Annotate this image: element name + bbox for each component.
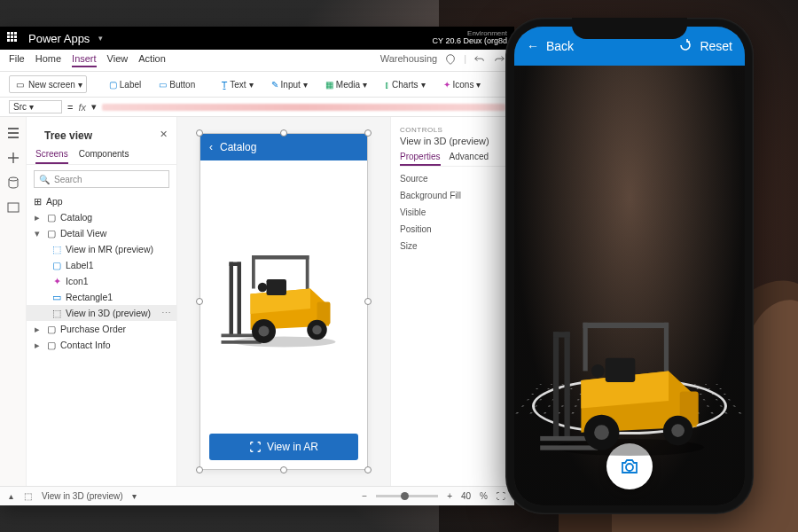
back-arrow-icon[interactable]: ←: [527, 39, 539, 53]
reset-icon[interactable]: [678, 38, 692, 55]
tree-view-icon[interactable]: [6, 126, 20, 140]
prop-position[interactable]: Position: [400, 224, 505, 234]
ar-camera-view[interactable]: [514, 66, 745, 505]
formula-chevron[interactable]: ▾: [91, 101, 97, 113]
tree-node-detailview[interactable]: ▾▢Detail View: [27, 225, 176, 241]
formula-input[interactable]: [102, 104, 505, 111]
svg-rect-25: [583, 323, 588, 372]
app-checker-icon[interactable]: [444, 53, 457, 66]
insert-icons-menu[interactable]: ✦Icons▾: [439, 77, 486, 92]
back-chevron-icon[interactable]: ‹: [209, 141, 213, 153]
prop-source[interactable]: Source: [400, 174, 505, 184]
insert-input-menu[interactable]: ✎Input▾: [267, 77, 312, 92]
svg-rect-24: [583, 323, 669, 328]
close-icon[interactable]: ✕: [160, 129, 168, 140]
tree-node-rectangle1[interactable]: ▭Rectangle1: [27, 289, 176, 305]
view-in-ar-button[interactable]: View in AR: [209, 434, 358, 460]
ar-forklift-model[interactable]: [536, 308, 723, 457]
reset-button[interactable]: Reset: [700, 39, 732, 53]
svg-rect-10: [306, 255, 309, 293]
tree-node-catalog[interactable]: ▸▢Catalog: [27, 209, 176, 225]
app-launcher-icon[interactable]: [7, 32, 20, 44]
back-button[interactable]: Back: [546, 39, 574, 53]
tree-label: Label1: [66, 260, 94, 270]
ar-ground: [514, 310, 745, 443]
media-pane-icon[interactable]: [6, 200, 20, 215]
canvas-app-header[interactable]: ‹ Catalog: [200, 134, 367, 160]
screen-icon: ▢: [46, 340, 57, 350]
fx-icon[interactable]: fx: [78, 102, 86, 113]
screen-icon: ▢: [46, 324, 57, 334]
tree-node-view3d[interactable]: ⬚View in 3D (preview)⋯: [27, 305, 176, 321]
menu-insert[interactable]: Insert: [72, 53, 97, 67]
ribbon-text-text: Text: [230, 80, 246, 90]
menu-home[interactable]: Home: [35, 53, 61, 67]
search-icon: 🔍: [38, 173, 51, 185]
environment-picker[interactable]: Environment CY 20.6 Deux (org8d: [433, 30, 507, 47]
tree-node-icon1[interactable]: ✦Icon1: [27, 273, 176, 289]
more-icon[interactable]: ⋯: [161, 308, 171, 318]
search-input[interactable]: 🔍 Search: [34, 170, 169, 188]
screen-icon: ▭: [13, 78, 26, 90]
zoom-value: 40: [461, 491, 471, 501]
menu-action[interactable]: Action: [138, 53, 166, 67]
tab-properties[interactable]: Properties: [400, 152, 441, 166]
tree-label: View in 3D (preview): [66, 308, 151, 318]
selected-control[interactable]: ‹ Catalog: [200, 133, 368, 470]
chevron-right-icon[interactable]: ▸: [32, 324, 43, 334]
chevron-right-icon[interactable]: ▸: [32, 340, 43, 350]
undo-icon[interactable]: [473, 53, 486, 66]
new-screen-button[interactable]: ▭ New screen ▾: [9, 75, 87, 93]
zoom-out-button[interactable]: −: [362, 491, 367, 501]
chevron-down-icon[interactable]: ▾: [32, 228, 43, 239]
prop-size[interactable]: Size: [400, 241, 505, 251]
insert-button-button[interactable]: ▭Button: [154, 77, 200, 92]
canvas-area[interactable]: ‹ Catalog: [177, 117, 390, 486]
properties-panel: CONTROLS View in 3D (preview) Properties…: [390, 117, 514, 486]
property-selector-value: Src: [13, 102, 27, 112]
prop-background-fill[interactable]: Background Fill: [400, 191, 505, 200]
fit-to-screen-icon[interactable]: ⛶: [497, 491, 505, 501]
tab-screens[interactable]: Screens: [35, 145, 68, 164]
insert-label-button[interactable]: ▢Label: [105, 77, 145, 92]
properties-group-label: CONTROLS: [400, 126, 442, 134]
tab-components[interactable]: Components: [79, 145, 129, 164]
app-name: Power Apps: [28, 32, 90, 45]
chevron-up-icon[interactable]: ▴: [9, 491, 13, 501]
insert-pane-icon[interactable]: [6, 151, 20, 165]
svg-rect-4: [238, 262, 242, 336]
view-in-ar-label: View in AR: [267, 441, 318, 453]
zoom-slider[interactable]: [376, 495, 438, 497]
chevron-down-icon[interactable]: ▾: [98, 34, 103, 43]
screen-icon: ▢: [46, 212, 57, 223]
chevron-down-icon[interactable]: ▾: [132, 491, 137, 501]
new-screen-label: New screen: [28, 80, 75, 90]
tree-node-viewmr[interactable]: ⬚View in MR (preview): [27, 241, 176, 257]
prop-visible[interactable]: Visible: [400, 207, 505, 217]
insert-charts-menu[interactable]: ⫿Charts▾: [380, 77, 429, 92]
menu-file[interactable]: File: [9, 53, 25, 67]
tree-node-app[interactable]: ⊞App: [27, 193, 176, 209]
tree-label: Icon1: [66, 276, 89, 286]
status-selection[interactable]: View in 3D (preview): [42, 491, 123, 501]
ribbon: ▭ New screen ▾ ▢Label ▭Button ṮText▾ ✎In…: [0, 72, 514, 98]
chevron-right-icon[interactable]: ▸: [32, 212, 43, 223]
insert-media-menu[interactable]: ▦Media▾: [321, 77, 372, 92]
tree-node-contactinfo[interactable]: ▸▢Contact Info: [27, 337, 176, 353]
tree-node-label1[interactable]: ▢Label1: [27, 257, 176, 273]
redo-icon[interactable]: [493, 53, 505, 66]
property-selector[interactable]: Src ▾: [9, 100, 62, 113]
tree-label: Purchase Order: [60, 324, 126, 334]
canvas-header-title: Catalog: [220, 141, 256, 153]
data-pane-icon[interactable]: [6, 176, 20, 190]
tab-advanced[interactable]: Advanced: [450, 152, 489, 166]
property-tabs: Properties Advanced: [400, 152, 505, 167]
ribbon-media-text: Media: [336, 80, 360, 90]
view-in-3d-control[interactable]: [200, 160, 367, 430]
insert-text-menu[interactable]: ṮText▾: [217, 77, 257, 92]
zoom-in-button[interactable]: +: [447, 491, 452, 501]
tree-node-purchaseorder[interactable]: ▸▢Purchase Order: [27, 321, 176, 337]
ribbon-label-text: Label: [120, 80, 141, 90]
app-name-right[interactable]: Warehousing: [380, 53, 437, 67]
menu-view[interactable]: View: [107, 53, 129, 67]
